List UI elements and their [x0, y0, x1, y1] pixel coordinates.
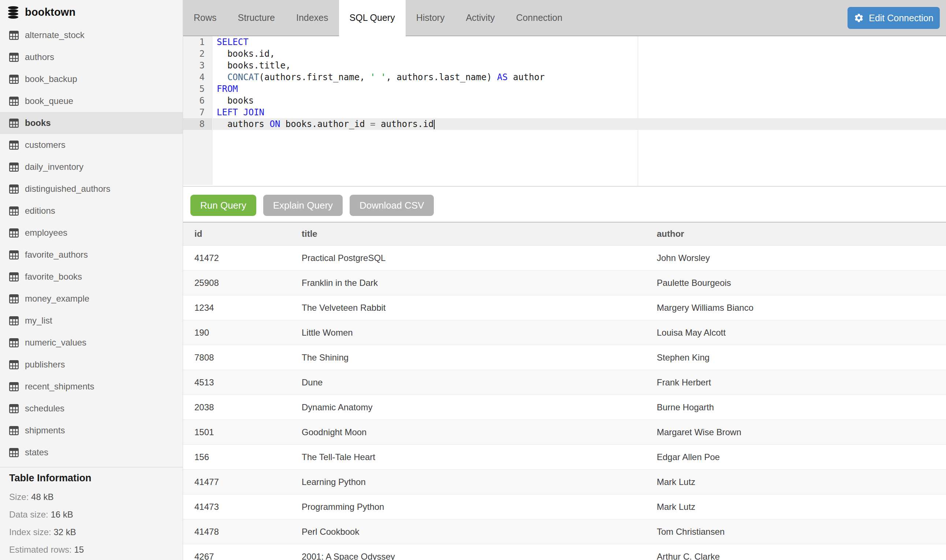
- sidebar-item-book-backup[interactable]: book_backup: [0, 68, 183, 90]
- cell-title: Programming Python: [290, 494, 645, 519]
- sidebar-item-book-queue[interactable]: book_queue: [0, 90, 183, 112]
- explain-query-button[interactable]: Explain Query: [263, 195, 343, 216]
- sidebar-item-alternate-stock[interactable]: alternate_stock: [0, 24, 183, 46]
- tab-activity[interactable]: Activity: [455, 0, 505, 36]
- results-panel: idtitleauthor 41472Practical PostgreSQLJ…: [183, 222, 946, 560]
- table-row[interactable]: 1501Goodnight MoonMargaret Wise Brown: [183, 420, 946, 445]
- tab-rows[interactable]: Rows: [183, 0, 227, 36]
- line-number: 4: [183, 71, 212, 83]
- sidebar-item-label: favorite_books: [25, 272, 82, 282]
- sidebar-item-numeric-values[interactable]: numeric_values: [0, 332, 183, 354]
- code-line[interactable]: LEFT JOIN: [213, 106, 946, 118]
- tab-history[interactable]: History: [406, 0, 455, 36]
- download-csv-button[interactable]: Download CSV: [350, 195, 434, 216]
- line-number: 6: [183, 95, 212, 106]
- tab-indexes[interactable]: Indexes: [286, 0, 339, 36]
- cell-author: Mark Lutz: [645, 469, 946, 494]
- table-row[interactable]: 190Little WomenLouisa May Alcott: [183, 320, 946, 345]
- info-label: Size:: [9, 492, 31, 502]
- cell-title: The Tell-Tale Heart: [290, 445, 645, 469]
- table-icon: [9, 360, 18, 369]
- sidebar-item-my-list[interactable]: my_list: [0, 310, 183, 332]
- sidebar-item-books[interactable]: books: [0, 112, 183, 134]
- sidebar-item-label: numeric_values: [25, 337, 86, 348]
- table-icon: [9, 163, 18, 172]
- sidebar-item-editions[interactable]: editions: [0, 200, 183, 222]
- code-line[interactable]: books: [213, 95, 946, 106]
- gear-icon: [854, 13, 864, 23]
- sidebar-item-favorite-books[interactable]: favorite_books: [0, 266, 183, 288]
- editor-gutter: 12345678: [183, 36, 212, 185]
- table-information-rows: Size: 48 kBData size: 16 kBIndex size: 3…: [9, 488, 174, 558]
- tab-connection[interactable]: Connection: [506, 0, 573, 36]
- run-query-button[interactable]: Run Query: [191, 195, 256, 216]
- cell-title: Learning Python: [290, 469, 645, 494]
- code-line[interactable]: SELECT: [213, 36, 946, 48]
- tab-structure[interactable]: Structure: [227, 0, 286, 36]
- cell-id: 41473: [183, 494, 290, 519]
- sidebar-item-label: distinguished_authors: [25, 184, 111, 194]
- cell-author: Arthur C. Clarke: [645, 544, 946, 560]
- code-line[interactable]: FROM: [213, 83, 946, 95]
- edit-connection-button[interactable]: Edit Connection: [848, 7, 940, 29]
- sidebar-item-label: money_example: [25, 294, 89, 304]
- table-row[interactable]: 1234The Velveteen RabbitMargery Williams…: [183, 295, 946, 320]
- table-row[interactable]: 41477Learning PythonMark Lutz: [183, 469, 946, 494]
- sidebar-item-daily-inventory[interactable]: daily_inventory: [0, 156, 183, 178]
- sidebar-item-label: recent_shipments: [25, 382, 94, 392]
- sidebar-item-label: my_list: [25, 315, 52, 326]
- code-line[interactable]: CONCAT(authors.first_name, ' ', authors.…: [213, 71, 946, 83]
- info-row: Size: 48 kB: [9, 488, 174, 506]
- cell-id: 2038: [183, 395, 290, 420]
- table-row[interactable]: 25908Franklin in the DarkPaulette Bourge…: [183, 271, 946, 295]
- info-value: 48 kB: [31, 492, 54, 502]
- sidebar-item-recent-shipments[interactable]: recent_shipments: [0, 375, 183, 397]
- sidebar-item-employees[interactable]: employees: [0, 222, 183, 244]
- sidebar-item-label: authors: [25, 52, 54, 62]
- table-row[interactable]: 42672001: A Space OdysseyArthur C. Clark…: [183, 544, 946, 560]
- line-number: 7: [183, 106, 212, 118]
- editor-code-area[interactable]: SELECT books.id, books.title, CONCAT(aut…: [213, 36, 946, 130]
- cell-author: Burne Hogarth: [645, 395, 946, 420]
- sidebar-item-states[interactable]: states: [0, 442, 183, 463]
- table-row[interactable]: 7808The ShiningStephen King: [183, 345, 946, 370]
- sql-editor[interactable]: 12345678 SELECT books.id, books.title, C…: [183, 36, 946, 187]
- table-list: alternate_stock authors book_backup book…: [0, 24, 183, 463]
- table-icon: [9, 448, 18, 457]
- table-row[interactable]: 41478Perl CookbookTom Christiansen: [183, 519, 946, 544]
- cell-author: Margery Williams Bianco: [645, 295, 946, 320]
- sidebar-item-customers[interactable]: customers: [0, 134, 183, 156]
- sidebar-item-publishers[interactable]: publishers: [0, 354, 183, 375]
- sidebar-item-schedules[interactable]: schedules: [0, 397, 183, 420]
- table-row[interactable]: 156The Tell-Tale HeartEdgar Allen Poe: [183, 445, 946, 469]
- tab-sql-query[interactable]: SQL Query: [339, 0, 406, 36]
- results-body: 41472Practical PostgreSQLJohn Worsley259…: [183, 246, 946, 560]
- table-icon: [9, 382, 18, 391]
- sidebar-item-favorite-authors[interactable]: favorite_authors: [0, 244, 183, 266]
- code-line[interactable]: authors ON books.author_id = authors.id: [213, 118, 946, 130]
- table-icon: [9, 228, 18, 237]
- cell-id: 4513: [183, 370, 290, 395]
- column-header-id: id: [183, 222, 290, 246]
- code-line[interactable]: books.id,: [213, 48, 946, 60]
- sidebar-item-label: books: [25, 118, 51, 128]
- sidebar-item-money-example[interactable]: money_example: [0, 288, 183, 310]
- table-row[interactable]: 2038Dynamic AnatomyBurne Hogarth: [183, 395, 946, 420]
- sidebar-item-shipments[interactable]: shipments: [0, 420, 183, 442]
- table-icon: [9, 53, 18, 62]
- cell-id: 156: [183, 445, 290, 469]
- sidebar-item-distinguished-authors[interactable]: distinguished_authors: [0, 178, 183, 200]
- sidebar-item-authors[interactable]: authors: [0, 46, 183, 68]
- table-icon: [9, 118, 18, 128]
- column-header-author: author: [645, 222, 946, 246]
- table-row[interactable]: 41472Practical PostgreSQLJohn Worsley: [183, 246, 946, 271]
- line-number: 2: [183, 48, 212, 60]
- table-icon: [9, 97, 18, 106]
- cell-id: 4267: [183, 544, 290, 560]
- results-table: idtitleauthor 41472Practical PostgreSQLJ…: [183, 222, 946, 560]
- app-window: booktown alternate_stock authors book_ba…: [0, 0, 946, 560]
- sidebar-item-label: favorite_authors: [25, 249, 88, 260]
- code-line[interactable]: books.title,: [213, 60, 946, 71]
- table-row[interactable]: 41473Programming PythonMark Lutz: [183, 494, 946, 519]
- table-row[interactable]: 4513DuneFrank Herbert: [183, 370, 946, 395]
